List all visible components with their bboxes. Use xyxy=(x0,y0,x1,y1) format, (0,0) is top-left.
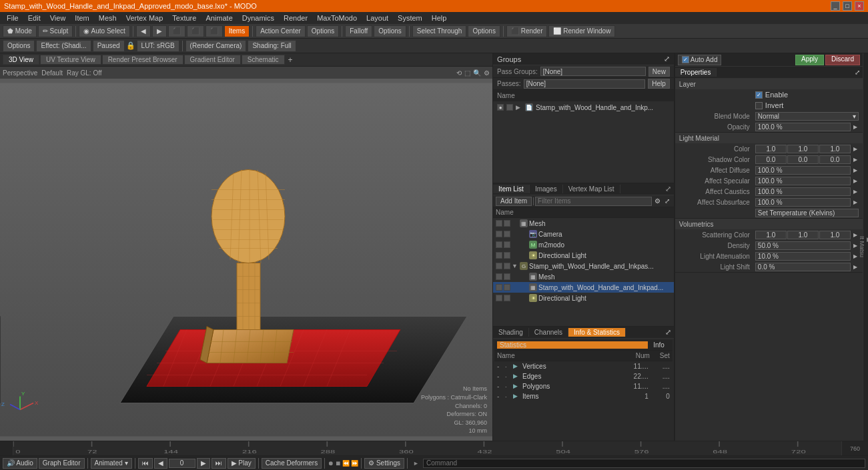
item-vis-1[interactable] xyxy=(496,231,502,237)
stats-expand-arrow[interactable]: ▶ xyxy=(513,363,521,371)
shadow-b[interactable]: 0.0 xyxy=(819,155,851,164)
item-vis-2[interactable] xyxy=(504,252,510,259)
tab-properties[interactable]: Properties xyxy=(675,68,717,77)
light-atten-arrow[interactable]: ▶ xyxy=(853,253,859,259)
tab-render-preset[interactable]: Render Preset Browser xyxy=(102,55,183,65)
set-temp-value[interactable]: Set Temperature (Kelvins) xyxy=(755,209,859,217)
item-vis-1[interactable] xyxy=(496,241,502,248)
light-material-header[interactable]: Light Material xyxy=(675,133,863,143)
color-b[interactable]: 1.0 xyxy=(819,145,851,153)
cache-deformers-btn[interactable]: Cache Deformers xyxy=(262,458,322,469)
menu-edit[interactable]: Edit xyxy=(24,13,45,23)
render-window-btn[interactable]: ⬜ Render Window xyxy=(548,25,615,37)
item-vis-1[interactable] xyxy=(496,220,502,227)
stats-expand-arrow[interactable]: ▶ xyxy=(513,383,521,391)
item-vis-2[interactable] xyxy=(504,241,510,248)
tab-uv-texture[interactable]: UV Texture View xyxy=(40,55,101,65)
add-item-btn[interactable]: Add Item xyxy=(496,197,532,206)
affect-specular-arrow[interactable]: ▶ xyxy=(853,178,859,184)
transport-icon-4[interactable]: ⏩ xyxy=(351,460,358,467)
graph-editor-btn[interactable]: Graph Editor xyxy=(39,458,85,469)
scene-viewport[interactable]: X Y Z xyxy=(0,79,492,441)
items-expand-btn[interactable]: ⤢ xyxy=(663,197,671,205)
item-vis-1[interactable] xyxy=(496,252,502,259)
options2-btn[interactable]: Options xyxy=(374,25,406,37)
stats-minus[interactable]: - xyxy=(497,373,504,380)
menu-maxtomodo[interactable]: MaxToModo xyxy=(313,13,361,23)
items-btn[interactable]: Items xyxy=(224,25,250,37)
menu-vertex-map[interactable]: Vertex Map xyxy=(122,13,167,23)
color-g[interactable]: 1.0 xyxy=(787,145,819,153)
item-vis-2[interactable] xyxy=(504,284,510,291)
viewport-3d[interactable]: Perspective Default Ray GL: Off ⟲ ⬚ 🔍 ⚙ xyxy=(0,67,492,441)
tool-btn-3[interactable]: ⬛ xyxy=(168,25,185,37)
tool-btn-2[interactable]: ▶ xyxy=(152,25,167,37)
item-name[interactable]: Directional Light xyxy=(538,295,671,302)
group-vis-btn[interactable]: ● xyxy=(497,104,504,111)
layer-header[interactable]: Layer xyxy=(675,79,863,89)
viewport-icon-4[interactable]: ⚙ xyxy=(484,69,490,77)
play-btn[interactable]: ▶ Play xyxy=(228,458,256,469)
item-vis-2[interactable] xyxy=(504,220,510,227)
shadow-r[interactable]: 0.0 xyxy=(755,155,787,164)
affect-diffuse-value[interactable]: 100.0 % xyxy=(755,166,851,175)
shadow-arrow[interactable]: ▶ xyxy=(853,157,859,163)
item-name[interactable]: Stamp_with_Wood_Handle_and_Inkpas... xyxy=(529,263,671,270)
menu-mesh[interactable]: Mesh xyxy=(95,13,121,23)
light-shift-arrow[interactable]: ▶ xyxy=(853,264,859,270)
options3-btn[interactable]: Options xyxy=(468,25,500,37)
mode-btn[interactable]: ⬟ Mode xyxy=(3,25,37,37)
action-center-btn[interactable]: Action Center xyxy=(256,25,306,37)
item-expand[interactable]: ▼ xyxy=(512,263,518,269)
menu-animate[interactable]: Animate xyxy=(201,13,236,23)
pass-new-btn[interactable]: New xyxy=(648,67,670,77)
tool-btn-4[interactable]: ⬛ xyxy=(187,25,204,37)
stats-tab-shading[interactable]: Shading xyxy=(493,328,529,337)
item-vis-1[interactable] xyxy=(496,284,502,291)
item-name[interactable]: Mesh xyxy=(538,273,671,281)
auto-select-btn[interactable]: ◉ Auto Select xyxy=(79,25,129,37)
pass-groups-input[interactable] xyxy=(540,67,646,76)
tool-btn-1[interactable]: ◀ xyxy=(136,25,151,37)
item-name[interactable]: Mesh xyxy=(529,220,671,227)
color-arrow[interactable]: ▶ xyxy=(853,146,859,152)
passes-input[interactable] xyxy=(524,79,646,89)
density-value[interactable]: 50.0 % xyxy=(755,241,851,250)
blend-mode-dropdown[interactable]: Normal ▾ xyxy=(755,112,859,121)
item-vis-2[interactable] xyxy=(504,295,510,301)
auto-add-cb[interactable]: ✓ xyxy=(682,56,689,63)
enable-checkbox[interactable]: ✓ xyxy=(755,91,763,99)
info-btn[interactable]: Info xyxy=(648,341,670,349)
next-frame-btn[interactable]: ▶ xyxy=(197,458,210,469)
affect-caustics-arrow[interactable]: ▶ xyxy=(853,189,859,195)
items-tab-images[interactable]: Images xyxy=(530,185,563,193)
maximize-btn[interactable]: □ xyxy=(843,1,852,11)
stats-tab-info[interactable]: Info & Statistics xyxy=(568,328,626,337)
prev-keyframe-btn[interactable]: ⏮ xyxy=(138,458,153,469)
passes-help-btn[interactable]: Help xyxy=(648,79,670,89)
tab-schematic[interactable]: Schematic xyxy=(242,55,285,65)
select-through-btn[interactable]: Select Through xyxy=(412,25,467,37)
timeline-ruler[interactable]: 0 72 144 216 288 360 432 504 576 648 720 xyxy=(13,441,841,456)
scattering-arrow[interactable]: ▶ xyxy=(853,232,859,238)
items-panel-expand[interactable]: ⤢ xyxy=(663,185,674,193)
audio-btn[interactable]: 🔊 Audio xyxy=(3,458,37,469)
scattering-b[interactable]: 1.0 xyxy=(819,231,851,239)
menu-layout[interactable]: Layout xyxy=(362,13,392,23)
auto-add-checkbox[interactable]: ✓ Auto Add xyxy=(678,55,722,65)
color-r[interactable]: 1.0 xyxy=(755,145,787,153)
prev-frame-btn[interactable]: ◀ xyxy=(154,458,167,469)
item-name[interactable]: Directional Light xyxy=(538,252,671,259)
add-view-tab[interactable]: + xyxy=(286,55,296,65)
stats-expand-icon[interactable]: ⤢ xyxy=(663,328,674,337)
tool-btn-5[interactable]: ⬛ xyxy=(205,25,223,37)
render-camera-btn[interactable]: (Render Camera) xyxy=(185,40,247,52)
menu-render[interactable]: Render xyxy=(280,13,312,23)
menu-texture[interactable]: Texture xyxy=(168,13,200,23)
item-vis-2[interactable] xyxy=(504,273,510,280)
animated-btn[interactable]: Animated ▾ xyxy=(91,458,132,469)
viewport-icon-2[interactable]: ⬚ xyxy=(464,69,470,77)
menu-item[interactable]: Item xyxy=(71,13,93,23)
stats-expand-arrow[interactable]: ▶ xyxy=(513,393,521,401)
stats-minus[interactable]: - xyxy=(497,383,504,390)
